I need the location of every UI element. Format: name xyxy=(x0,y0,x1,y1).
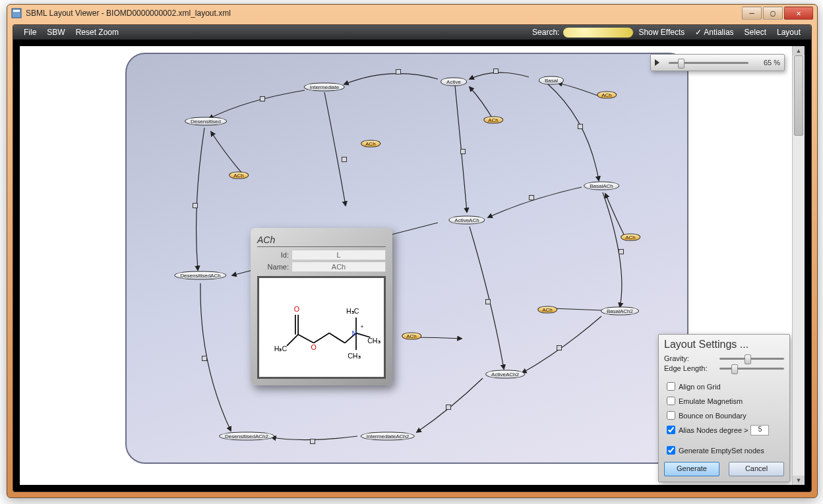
search-input[interactable] xyxy=(563,28,633,38)
edge-length-slider[interactable] xyxy=(719,368,784,370)
generate-emptyset-label: Generate EmptySet nodes xyxy=(679,447,764,455)
emulate-magnetism-checkbox[interactable] xyxy=(667,397,675,405)
molecule-structure: O O N + H₃C H₃C CH₃ CH₃ xyxy=(257,276,386,379)
node-ach[interactable]: ACh xyxy=(229,172,249,179)
tooltip-name-label: Name: xyxy=(257,263,289,271)
node-active-ach2[interactable]: ActiveACh2 xyxy=(485,370,525,379)
reaction-node xyxy=(396,69,401,74)
edges-layer xyxy=(127,54,687,462)
svg-line-5 xyxy=(298,335,314,343)
reaction-node xyxy=(578,124,583,129)
emulate-magnetism-label: Emulate Magnetism xyxy=(679,397,743,405)
play-icon[interactable] xyxy=(655,59,659,66)
generate-button[interactable]: Generate xyxy=(664,462,719,476)
reaction-node xyxy=(493,69,499,74)
zoom-thumb[interactable] xyxy=(678,59,685,69)
menu-sbw[interactable]: SBW xyxy=(42,28,70,37)
species-tooltip[interactable]: ACh Id: L Name: ACh xyxy=(251,228,392,385)
layout-settings-panel[interactable]: Layout Settings ... Gravity: Edge Length… xyxy=(658,334,790,482)
node-ach[interactable]: ACh xyxy=(621,234,640,241)
node-basal-ach2[interactable]: BasalACh2 xyxy=(601,307,639,316)
menu-select[interactable]: Select xyxy=(739,28,772,37)
node-ach[interactable]: ACh xyxy=(597,92,617,99)
menu-show-effects[interactable]: Show Effects xyxy=(633,28,690,37)
maximize-button[interactable]: ▢ xyxy=(763,7,783,20)
scroll-down-icon[interactable]: ▼ xyxy=(793,476,805,485)
stage: Intermediate Active Basal Desensitised B… xyxy=(13,40,811,491)
node-basal[interactable]: Basal xyxy=(539,76,564,85)
node-desensitised-ach2[interactable]: DesensitisedACh2 xyxy=(219,432,274,441)
align-grid-checkbox[interactable] xyxy=(667,382,675,391)
cancel-button[interactable]: Cancel xyxy=(729,462,784,476)
app-window: SBML Layout Viewer - BIOMD0000000002.xml… xyxy=(7,4,818,498)
svg-line-6 xyxy=(314,333,330,343)
close-button[interactable]: ✕ xyxy=(784,7,813,20)
menu-layout[interactable]: Layout xyxy=(772,28,806,37)
minimize-button[interactable]: – xyxy=(742,7,762,20)
tooltip-name-value: ACh xyxy=(291,262,386,272)
menu-file[interactable]: File xyxy=(18,28,42,37)
node-ach[interactable]: ACh xyxy=(361,140,381,148)
reaction-node xyxy=(460,149,466,154)
reaction-node xyxy=(342,157,347,162)
reaction-node xyxy=(260,96,265,101)
bounce-boundary-label: Bounce on Boundary xyxy=(679,412,747,420)
reaction-node xyxy=(529,195,534,200)
scroll-thumb[interactable] xyxy=(794,55,803,136)
node-intermediate-ach2[interactable]: IntermediateACh2 xyxy=(361,432,415,441)
node-intermediate[interactable]: Intermediate xyxy=(304,83,345,92)
node-active[interactable]: Active xyxy=(441,78,467,86)
reaction-node xyxy=(485,299,491,304)
checkmark-icon: ✓ xyxy=(695,28,702,37)
edge-length-label: Edge Length: xyxy=(664,364,719,372)
vertical-scrollbar[interactable]: ▲ ▼ xyxy=(792,46,805,485)
node-ach[interactable]: ACh xyxy=(402,333,421,340)
node-ach[interactable]: ACh xyxy=(483,117,503,124)
search-label: Search: xyxy=(532,28,559,37)
alias-degree-input[interactable]: 5 xyxy=(750,425,769,435)
bounce-boundary-checkbox[interactable] xyxy=(667,411,675,420)
reaction-node xyxy=(619,249,624,254)
tooltip-id-value: L xyxy=(291,250,386,260)
node-ach[interactable]: ACh xyxy=(537,306,557,314)
node-desensitised-ach[interactable]: DesensitisedACh xyxy=(174,271,226,280)
node-desensitised[interactable]: Desensitised xyxy=(185,117,227,126)
alias-nodes-checkbox[interactable] xyxy=(667,426,675,434)
titlebar[interactable]: SBML Layout Viewer - BIOMD0000000002.xml… xyxy=(7,5,817,22)
node-active-ach[interactable]: ActiveACh xyxy=(448,216,485,225)
svg-text:+: + xyxy=(360,323,363,330)
svg-text:O: O xyxy=(294,305,299,313)
svg-line-2 xyxy=(287,335,298,346)
gravity-label: Gravity: xyxy=(664,354,719,362)
svg-text:CH₃: CH₃ xyxy=(348,352,360,360)
svg-text:CH₃: CH₃ xyxy=(367,337,380,345)
app-icon xyxy=(11,8,22,18)
zoom-slider[interactable] xyxy=(669,62,748,64)
svg-text:H₃C: H₃C xyxy=(346,307,359,315)
svg-text:N: N xyxy=(352,329,357,337)
reaction-node xyxy=(310,439,315,444)
reaction-node xyxy=(193,203,198,208)
tooltip-id-label: Id: xyxy=(257,251,289,259)
client-area: File SBW Reset Zoom Search: Show Effects… xyxy=(13,24,812,492)
scroll-up-icon[interactable]: ▲ xyxy=(793,46,805,55)
generate-emptyset-checkbox[interactable] xyxy=(667,446,675,455)
reaction-node xyxy=(446,405,451,410)
canvas-paper[interactable]: Intermediate Active Basal Desensitised B… xyxy=(20,46,793,485)
svg-text:H₃C: H₃C xyxy=(274,345,288,352)
menubar: File SBW Reset Zoom Search: Show Effects… xyxy=(13,25,811,40)
svg-line-7 xyxy=(329,333,345,343)
alias-nodes-label: Alias Nodes degree > xyxy=(679,426,748,434)
svg-rect-1 xyxy=(13,10,20,12)
menu-reset-zoom[interactable]: Reset Zoom xyxy=(71,28,124,37)
node-basal-ach[interactable]: BasalACh xyxy=(584,182,619,190)
network-diagram[interactable]: Intermediate Active Basal Desensitised B… xyxy=(125,53,688,464)
gravity-slider[interactable] xyxy=(719,358,784,360)
menu-antialias[interactable]: ✓Antialias xyxy=(690,28,739,37)
edge-length-thumb[interactable] xyxy=(731,364,738,374)
window-title: SBML Layout Viewer - BIOMD0000000002.xml… xyxy=(26,9,742,18)
zoom-widget[interactable]: 65 % xyxy=(650,54,785,71)
gravity-thumb[interactable] xyxy=(745,354,751,364)
reaction-node xyxy=(202,356,207,361)
tooltip-title: ACh xyxy=(257,235,386,247)
